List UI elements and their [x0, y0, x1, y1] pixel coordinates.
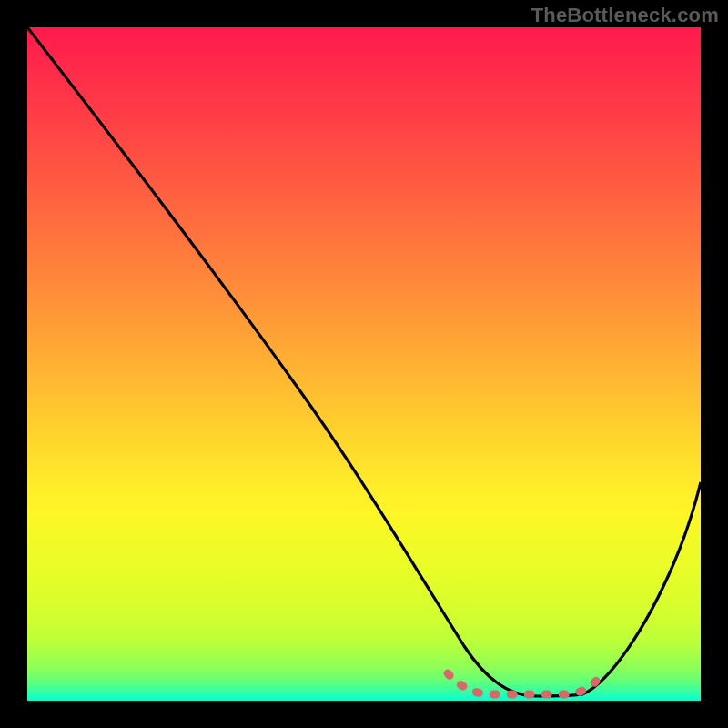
bottleneck-curve-path	[27, 27, 701, 696]
watermark-text: TheBottleneck.com	[531, 4, 719, 27]
curve-layer	[27, 27, 701, 701]
plot-area	[27, 27, 701, 701]
chart-frame: TheBottleneck.com	[0, 0, 728, 728]
optimum-band-path	[448, 673, 601, 694]
